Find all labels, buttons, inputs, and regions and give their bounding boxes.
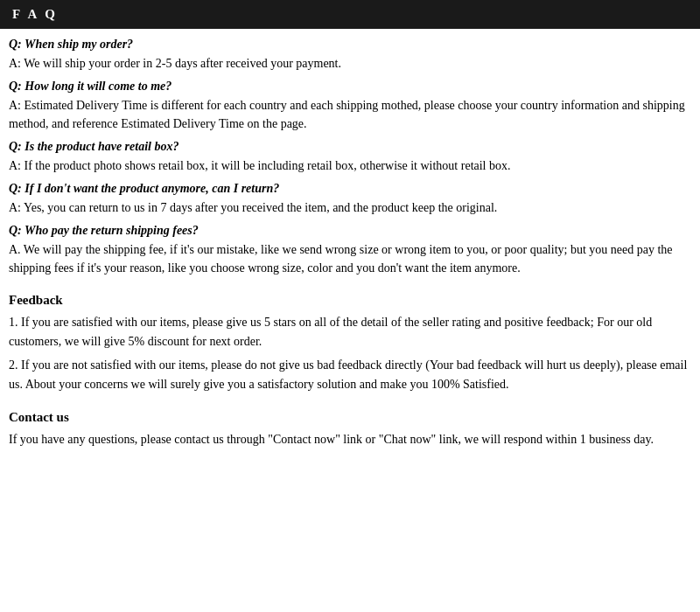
qa-item-1: Q: When ship my order? A: We will ship y… xyxy=(9,38,691,73)
feedback-item-2: 2. If you are not satisfied with our ite… xyxy=(9,356,691,393)
answer-1: A: We will ship your order in 2-5 days a… xyxy=(9,54,691,73)
answer-3: A: If the product photo shows retail box… xyxy=(9,156,691,175)
qa-item-2: Q: How long it will come to me? A: Estim… xyxy=(9,80,691,133)
feedback-title: Feedback xyxy=(9,293,691,308)
faq-header: F A Q xyxy=(0,0,700,29)
answer-4: A: Yes, you can return to us in 7 days a… xyxy=(9,198,691,217)
contact-title: Contact us xyxy=(9,410,691,425)
main-content: Q: When ship my order? A: We will ship y… xyxy=(0,38,700,449)
qa-item-5: Q: Who pay the return shipping fees? A. … xyxy=(9,224,691,277)
question-3: Q: Is the product have retail box? xyxy=(9,140,691,154)
feedback-section: Feedback 1. If you are satisfied with ou… xyxy=(9,293,691,394)
question-2: Q: How long it will come to me? xyxy=(9,80,691,94)
qa-item-3: Q: Is the product have retail box? A: If… xyxy=(9,140,691,175)
qa-item-4: Q: If I don't want the product anymore, … xyxy=(9,182,691,217)
contact-text: If you have any questions, please contac… xyxy=(9,430,691,449)
feedback-item-1: 1. If you are satisfied with our items, … xyxy=(9,313,691,351)
faq-section: Q: When ship my order? A: We will ship y… xyxy=(9,38,691,277)
question-4: Q: If I don't want the product anymore, … xyxy=(9,182,691,196)
question-5: Q: Who pay the return shipping fees? xyxy=(9,224,691,238)
answer-2: A: Estimated Delivery Time is different … xyxy=(9,96,691,133)
answer-5: A. We will pay the shipping fee, if it's… xyxy=(9,240,691,277)
contact-section: Contact us If you have any questions, pl… xyxy=(9,410,691,449)
question-1: Q: When ship my order? xyxy=(9,38,691,52)
